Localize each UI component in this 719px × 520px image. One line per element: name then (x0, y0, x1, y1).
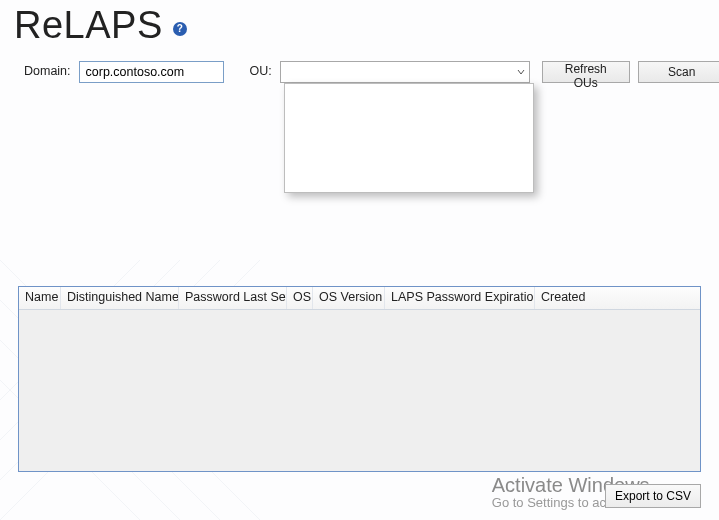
export-csv-button[interactable]: Export to CSV (605, 484, 701, 508)
refresh-ous-button[interactable]: Refresh OUs (542, 61, 630, 83)
chevron-down-icon (517, 68, 525, 76)
col-created[interactable]: Created (535, 287, 700, 309)
col-laps-exp[interactable]: LAPS Password Expiration (385, 287, 535, 309)
col-os-version[interactable]: OS Version (313, 287, 385, 309)
col-name[interactable]: Name (19, 287, 61, 309)
col-pwd-last-set[interactable]: Password Last Set (179, 287, 287, 309)
domain-label: Domain: (24, 61, 71, 78)
results-grid[interactable]: Name Distinguished Name Password Last Se… (18, 286, 701, 472)
ou-dropdown-panel[interactable] (284, 83, 534, 193)
col-os[interactable]: OS (287, 287, 313, 309)
ou-combobox[interactable] (280, 61, 530, 83)
grid-body (19, 310, 700, 471)
scan-button[interactable]: Scan (638, 61, 719, 83)
grid-header-row: Name Distinguished Name Password Last Se… (19, 287, 700, 310)
domain-input[interactable] (79, 61, 224, 83)
app-title: ReLAPS (14, 4, 163, 47)
col-dn[interactable]: Distinguished Name (61, 287, 179, 309)
ou-label: OU: (250, 61, 272, 78)
help-icon[interactable]: ? (173, 22, 187, 36)
